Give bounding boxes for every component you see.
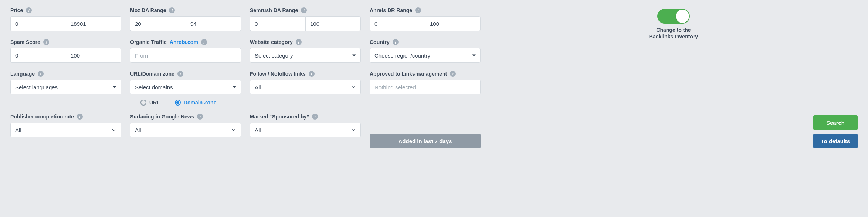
publisher-completion-rate-field: Publisher completion rate i All (10, 114, 121, 137)
to-defaults-button[interactable]: To defaults (813, 134, 858, 148)
info-icon[interactable]: i (77, 114, 83, 120)
spam-score-label: Spam Score (10, 39, 40, 45)
caret-down-icon (352, 55, 356, 56)
price-max-input[interactable] (66, 16, 121, 31)
semrush-da-min-input[interactable] (250, 16, 305, 31)
follow-nofollow-select[interactable]: All (250, 80, 361, 94)
chevron-down-icon (351, 85, 356, 90)
info-icon[interactable]: i (309, 71, 315, 77)
chevron-down-icon (111, 127, 116, 132)
info-icon[interactable]: i (26, 7, 32, 13)
spam-min-input[interactable] (10, 48, 66, 63)
caret-down-icon (113, 86, 116, 88)
url-domain-radio-group: URL Domain Zone (130, 97, 241, 106)
info-icon[interactable]: i (450, 71, 456, 77)
info-icon[interactable]: i (301, 7, 307, 13)
toggle-caption: Change to the Backlinks Inventory (649, 27, 698, 40)
approved-linksmanagement-label: Approved to Linksmanagement (370, 71, 447, 77)
price-label: Price (10, 7, 23, 13)
radio-url[interactable]: URL (140, 100, 160, 106)
spam-max-input[interactable] (66, 48, 121, 63)
added-last-7-days-button[interactable]: Added in last 7 days (370, 134, 481, 148)
google-news-label: Surfacing in Google News (130, 114, 194, 120)
organic-traffic-from-input[interactable] (130, 48, 241, 63)
info-icon[interactable]: i (312, 114, 318, 120)
follow-nofollow-label: Follow / Nofollow links (250, 71, 306, 77)
google-news-field: Surfacing in Google News i All (130, 114, 241, 137)
organic-traffic-field: Organic Traffic Ahrefs.com i (130, 39, 241, 63)
language-select[interactable]: Select languages (10, 80, 121, 94)
country-label: Country (370, 39, 390, 45)
publisher-completion-rate-select[interactable]: All (10, 123, 121, 137)
semrush-da-field: Semrush DA Range i (250, 7, 361, 31)
radio-icon (140, 100, 146, 106)
country-field: Country i Choose region/country (370, 39, 481, 63)
url-domain-zone-label: URL/Domain zone (130, 71, 174, 77)
language-field: Language i Select languages (10, 71, 121, 94)
info-icon[interactable]: i (393, 39, 399, 45)
semrush-da-label: Semrush DA Range (250, 7, 298, 13)
chevron-down-icon (351, 127, 356, 132)
follow-nofollow-field: Follow / Nofollow links i All (250, 71, 361, 94)
moz-da-label: Moz DA Range (130, 7, 166, 13)
approved-linksmanagement-select[interactable]: Nothing selected (370, 80, 481, 94)
price-field: Price i (10, 7, 121, 31)
google-news-select[interactable]: All (130, 123, 241, 137)
url-domain-zone-select[interactable]: Select domains (130, 80, 241, 94)
approved-linksmanagement-field: Approved to Linksmanagement i Nothing se… (370, 71, 481, 94)
info-icon[interactable]: i (201, 39, 207, 45)
moz-da-max-input[interactable] (186, 16, 241, 31)
added-last-7-days-container: Added in last 7 days (370, 134, 481, 148)
info-icon[interactable]: i (296, 39, 302, 45)
info-icon[interactable]: i (197, 114, 203, 120)
caret-down-icon (233, 86, 236, 88)
language-label: Language (10, 71, 35, 77)
ahrefs-dr-max-input[interactable] (425, 16, 481, 31)
info-icon[interactable]: i (38, 71, 44, 77)
action-buttons: Search To defaults (489, 114, 858, 148)
chevron-down-icon (231, 127, 236, 132)
sponsored-by-select[interactable]: All (250, 123, 361, 137)
website-category-field: Website category i Select category (250, 39, 361, 63)
caret-down-icon (472, 55, 476, 56)
website-category-label: Website category (250, 39, 293, 45)
moz-da-field: Moz DA Range i (130, 7, 241, 31)
website-category-select[interactable]: Select category (250, 48, 361, 63)
caret-down-icon (472, 86, 476, 88)
info-icon[interactable]: i (177, 71, 183, 77)
radio-icon (175, 100, 181, 106)
inventory-toggle[interactable] (657, 9, 690, 24)
spam-score-field: Spam Score i (10, 39, 121, 63)
search-button[interactable]: Search (813, 115, 858, 130)
sponsored-by-label: Marked “Sponsored by” (250, 114, 309, 120)
publisher-completion-rate-label: Publisher completion rate (10, 114, 74, 120)
ahrefs-dr-label: Ahrefs DR Range (370, 7, 412, 13)
info-icon[interactable]: i (415, 7, 421, 13)
ahrefs-dr-field: Ahrefs DR Range i (370, 7, 481, 31)
sponsored-by-field: Marked “Sponsored by” i All (250, 114, 361, 137)
ahrefs-link[interactable]: Ahrefs.com (170, 39, 198, 45)
country-select[interactable]: Choose region/country (370, 48, 481, 63)
organic-traffic-label: Organic Traffic (130, 39, 167, 45)
info-icon[interactable]: i (43, 39, 49, 45)
radio-domain-zone[interactable]: Domain Zone (175, 100, 217, 106)
price-min-input[interactable] (10, 16, 66, 31)
info-icon[interactable]: i (169, 7, 175, 13)
ahrefs-dr-min-input[interactable] (370, 16, 425, 31)
semrush-da-max-input[interactable] (305, 16, 361, 31)
toggle-knob (676, 10, 689, 23)
url-domain-zone-field: URL/Domain zone i Select domains URL Dom… (130, 71, 241, 106)
moz-da-min-input[interactable] (130, 16, 186, 31)
